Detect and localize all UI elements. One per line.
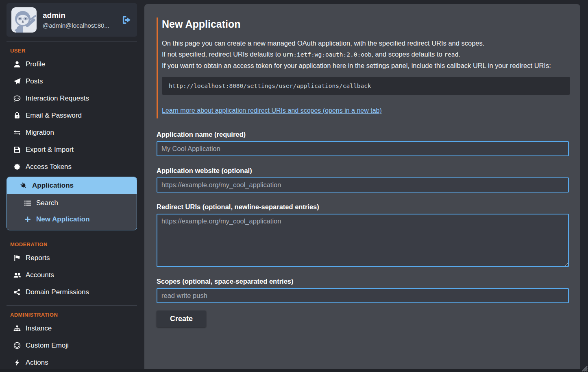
sidebar-item-reports[interactable]: Reports xyxy=(0,249,144,267)
sidebar-section-moderation: MODERATION xyxy=(10,241,144,247)
floppy-disk-icon xyxy=(13,146,22,153)
read-code: read xyxy=(444,51,458,58)
sign-out-icon[interactable] xyxy=(121,14,132,26)
sidebar-item-access-tokens[interactable]: Access Tokens xyxy=(0,158,144,175)
sidebar-item-posts[interactable]: Posts xyxy=(0,73,144,90)
sloth-avatar xyxy=(11,7,37,33)
application-name-input[interactable] xyxy=(157,141,569,156)
plug-icon xyxy=(19,182,28,189)
sitemap-icon xyxy=(13,325,22,332)
smiley-icon xyxy=(13,342,22,349)
sidebar-item-label: Migration xyxy=(26,129,54,137)
application-website-label: Application website (optional) xyxy=(157,167,569,175)
sidebar-item-email-password[interactable]: Email & Password xyxy=(0,107,144,124)
user-card: admin @admin@localhost:80... xyxy=(7,3,137,37)
sidebar-item-label: Posts xyxy=(26,77,43,85)
redirect-uris-label: Redirect URIs (optional, newline-separat… xyxy=(157,203,569,211)
sidebar-item-domain-permissions[interactable]: Domain Permissions xyxy=(0,284,144,301)
sidebar-item-interaction-requests[interactable]: Interaction Requests xyxy=(0,90,144,107)
user-handle: @admin@localhost:80... xyxy=(43,22,115,29)
sidebar-item-label: Export & Import xyxy=(26,146,74,154)
window-resize-grip[interactable] xyxy=(580,364,588,372)
applications-group: Applications Search xyxy=(7,177,137,230)
sidebar: admin @admin@localhost:80... USER Profil… xyxy=(0,0,144,372)
main-panel: New Application On this page you can cre… xyxy=(144,4,580,372)
list-icon xyxy=(23,199,32,207)
sidebar-item-label: New Application xyxy=(36,215,90,223)
sidebar-item-label: Actions xyxy=(26,359,48,367)
intro-line-3: If you want to obtain an access token fo… xyxy=(162,61,570,70)
sidebar-item-label: Access Tokens xyxy=(26,163,72,171)
plus-icon xyxy=(23,216,32,223)
paper-plane-icon xyxy=(13,78,22,85)
sidebar-item-label: Email & Password xyxy=(26,112,82,120)
sidebar-item-accounts[interactable]: Accounts xyxy=(0,267,144,284)
scopes-label: Scopes (optional, space-separated entrie… xyxy=(157,278,569,285)
redirect-uris-textarea[interactable] xyxy=(157,214,569,267)
sidebar-item-export-import[interactable]: Export & Import xyxy=(0,141,144,158)
create-button[interactable]: Create xyxy=(157,311,206,327)
new-application-form: Application name (required) Application … xyxy=(157,131,569,327)
intro-line-1: On this page you can create a new manage… xyxy=(162,38,570,48)
sidebar-item-new-application[interactable]: New Application xyxy=(7,211,137,228)
user-display-name: admin xyxy=(43,11,115,20)
sidebar-item-label: Applications xyxy=(32,182,74,190)
intro-line-2: If not specified, redirect URIs defaults… xyxy=(162,49,570,59)
flag-icon xyxy=(13,254,22,262)
settings-window: admin @admin@localhost:80... USER Profil… xyxy=(0,0,588,372)
sidebar-section-administration: ADMINISTRATION xyxy=(10,312,144,318)
intro-section: New Application On this page you can cre… xyxy=(157,18,570,118)
users-icon xyxy=(13,271,22,279)
sidebar-item-actions[interactable]: Actions xyxy=(0,354,144,371)
sidebar-divider xyxy=(7,41,137,42)
sidebar-item-label: Interaction Requests xyxy=(26,94,89,103)
callback-url-code-block: http://localhost:8080/settings/user/appl… xyxy=(162,77,570,95)
sidebar-item-custom-emoji[interactable]: Custom Emoji xyxy=(0,337,144,354)
sidebar-item-label: Reports xyxy=(26,254,50,262)
user-meta: admin @admin@localhost:80... xyxy=(43,11,115,29)
lock-icon xyxy=(13,112,22,119)
scopes-input[interactable] xyxy=(157,288,569,303)
application-name-label: Application name (required) xyxy=(157,131,569,138)
sidebar-divider xyxy=(7,305,137,306)
sidebar-item-label: Search xyxy=(36,199,58,207)
sidebar-item-applications-search[interactable]: Search xyxy=(7,195,137,211)
sidebar-item-label: Custom Emoji xyxy=(26,341,69,350)
sidebar-item-applications[interactable]: Applications xyxy=(7,177,137,194)
comment-dots-icon xyxy=(13,95,22,102)
page-title: New Application xyxy=(162,18,570,30)
sidebar-item-migration[interactable]: Migration xyxy=(0,124,144,141)
learn-more-link[interactable]: Learn more about application redirect UR… xyxy=(162,107,382,114)
share-nodes-icon xyxy=(13,289,22,296)
user-icon xyxy=(13,61,22,68)
sidebar-item-instance[interactable]: Instance xyxy=(0,320,144,337)
sidebar-item-label: Profile xyxy=(26,60,45,68)
sidebar-item-label: Accounts xyxy=(26,271,54,279)
bolt-icon xyxy=(13,359,22,366)
sidebar-item-profile[interactable]: Profile xyxy=(0,56,144,73)
application-website-input[interactable] xyxy=(157,177,569,193)
sidebar-item-label: Instance xyxy=(26,324,52,333)
sidebar-divider xyxy=(7,235,137,235)
sidebar-item-label: Domain Permissions xyxy=(26,288,89,296)
sidebar-section-user: USER xyxy=(10,48,144,54)
oob-code: urn:ietf:wg:oauth:2.0:oob xyxy=(283,51,371,58)
window-bottom-edge xyxy=(0,369,588,372)
exchange-arrows-icon xyxy=(13,129,22,136)
applications-submenu: Search New Application xyxy=(7,194,137,230)
certificate-icon xyxy=(13,163,22,171)
